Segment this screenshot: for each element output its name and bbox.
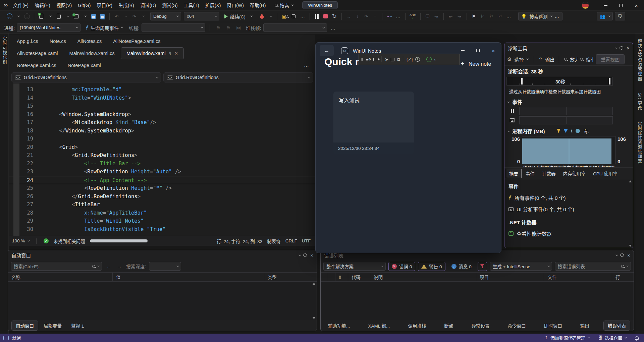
tab-overflow-button[interactable]: … <box>304 62 310 68</box>
navigate-back-dropdown[interactable] <box>14 12 22 21</box>
screen-capture-icon[interactable] <box>373 58 378 61</box>
editor-tab-AllNotes.cs[interactable]: AllNotes.cs <box>72 35 107 47</box>
panel-tab-异常设置[interactable]: 异常设置 <box>467 321 493 330</box>
drag-grip-icon[interactable] <box>361 58 363 61</box>
issues-label[interactable]: 未找到相关问题 <box>53 238 85 244</box>
editor-tab-NotePage.xaml[interactable]: NotePage.xaml <box>62 59 106 71</box>
add-to-source-control-button[interactable]: ↥ 添加到源代码管理 <box>544 335 589 341</box>
note-card[interactable]: 写入测试 2025/12/30 23:34:34 <box>333 92 414 154</box>
severity-icon-column[interactable]: ‼ <box>335 273 348 281</box>
document-scroll-indicator[interactable] <box>90 239 148 242</box>
new-file-button[interactable]: + <box>37 12 45 21</box>
code-line-23[interactable]: 23 <RowDefinition Height="Auto" /> <box>9 168 315 176</box>
dock-tab-Git 更改[interactable]: Git 更改 <box>635 90 644 113</box>
enable-selection-icon[interactable]: ➤ <box>385 57 388 62</box>
collapse-toolbar-chevron[interactable]: ‹ <box>434 57 435 62</box>
error-list-grid[interactable] <box>321 282 634 320</box>
navigate-forward-button[interactable]: → <box>23 12 31 21</box>
gear-icon[interactable]: ⚙ <box>507 56 512 62</box>
code-line-24[interactable]: 24 <!-- App Content --> <box>9 176 315 184</box>
timeline-marker[interactable] <box>521 78 523 84</box>
solution-configurations-dropdown[interactable]: Debug <box>150 12 181 20</box>
step-over-button[interactable]: ↷ <box>362 12 370 21</box>
editor-tab-AllNotesPage.xaml.cs[interactable]: AllNotesPage.xaml.cs <box>108 35 166 47</box>
restore-button[interactable] <box>613 0 629 11</box>
code-line-14[interactable]: 14 Title="WinUINotes"> <box>9 94 315 102</box>
code-line-13[interactable]: 13 mc:Ignorable="d" <box>9 86 315 94</box>
editor-tab-AllNotesPage.xaml[interactable]: AllNotesPage.xaml <box>11 47 63 59</box>
menu-文件[interactable]: 文件(F) <box>10 0 32 11</box>
column-file[interactable]: 文件 <box>544 273 612 281</box>
panel-tab-错误列表[interactable]: 错误列表 <box>603 321 630 331</box>
app-back-button[interactable]: ← <box>320 45 334 56</box>
menu-测试[interactable]: 测试(S) <box>159 0 181 11</box>
editor-tab-App.g.i.cs[interactable]: App.g.i.cs <box>11 35 44 47</box>
toggle-bookmark-button[interactable]: ⚑ <box>470 12 478 21</box>
solution-platforms-dropdown[interactable]: x64 <box>184 12 219 20</box>
step-out-button[interactable]: ↑ <box>371 12 379 21</box>
close-icon[interactable]: × <box>627 252 630 258</box>
export-icon[interactable]: ⇧ <box>538 57 542 62</box>
search-prev-button[interactable]: ← <box>105 262 113 271</box>
search-depth-dropdown[interactable] <box>149 262 181 271</box>
memory-section-header[interactable]: 进程内存 (MB) <box>512 127 545 134</box>
menu-Git[interactable]: Git(G) <box>75 0 94 11</box>
restart-button[interactable]: ↻ <box>330 12 338 21</box>
comment-button[interactable]: 🗩 <box>424 12 432 21</box>
process-memory-chart[interactable]: 1060 1060 <box>504 135 633 164</box>
show-next-statement-button[interactable]: → <box>345 12 353 21</box>
redo-button[interactable]: ↷ <box>130 12 138 21</box>
panel-tab-自动窗口[interactable]: 自动窗口 <box>11 321 38 331</box>
ui-analysis-events-link[interactable]: UI 分析事件(0 个, 共 0 个) <box>508 206 629 213</box>
undo-button[interactable]: ↶ <box>113 12 121 21</box>
code-line-15[interactable]: 15 <box>9 102 315 110</box>
accessibility-checker-icon[interactable] <box>415 57 420 62</box>
toolbar-overflow[interactable]: … <box>299 12 307 21</box>
code-line-29[interactable]: 29 Title="WinUI Notes" <box>9 217 315 225</box>
pin-icon[interactable] <box>620 253 625 258</box>
next-bookmark-button[interactable]: ⚐ <box>487 12 495 21</box>
code-editor[interactable]: 13 mc:Ignorable="d"14 Title="WinUINotes"… <box>9 83 315 236</box>
navigate-back-button[interactable]: ← <box>5 12 13 21</box>
menu-工具[interactable]: 工具(T) <box>181 0 202 11</box>
code-line-27[interactable]: 27 <TitleBar <box>9 201 315 209</box>
find-in-files-button[interactable]: ▣ <box>281 12 289 21</box>
pin-icon[interactable] <box>303 253 308 258</box>
panel-tab-断点[interactable]: 断点 <box>440 321 457 330</box>
menu-生成[interactable]: 生成(B) <box>115 0 137 11</box>
diagnostics-tab-事件[interactable]: 事件 <box>522 169 538 178</box>
code-line-30[interactable]: 30 IsBackButtonVisible="True" <box>9 225 315 234</box>
zoom-dropdown[interactable]: 100 % <box>12 238 29 243</box>
show-flagged-only-button[interactable]: ⋈ <box>234 23 243 32</box>
column-value[interactable]: 值 <box>113 273 264 281</box>
minimize-button[interactable] <box>598 0 613 11</box>
errors-filter-button[interactable]: ✕错误 0 <box>388 262 415 271</box>
menu-扩展[interactable]: 扩展(X) <box>202 0 224 11</box>
menu-视图[interactable]: 视图(V) <box>53 0 75 11</box>
thread-dropdown[interactable] <box>142 23 205 32</box>
panel-tab-监视 1[interactable]: 监视 1 <box>67 321 88 330</box>
process-dropdown[interactable]: [10940] WinUINotes. <box>17 23 80 32</box>
column-code[interactable]: 代码 <box>348 273 370 281</box>
code-line-19[interactable]: 19 <box>9 135 315 143</box>
breadcrumb-dropdown-1[interactable]: <> Grid.RowDefinitions <box>11 72 161 82</box>
pin-icon[interactable] <box>619 46 624 50</box>
panel-tab-XAML 绑...[interactable]: XAML 绑... <box>364 321 394 330</box>
timeline-ruler[interactable]: 30秒 <box>506 77 613 86</box>
code-line-21[interactable]: 21 <Grid.RowDefinitions> <box>9 151 315 160</box>
hot-reload-dropdown[interactable] <box>267 12 275 21</box>
filter-button[interactable] <box>478 262 487 271</box>
ui-analysis-icon[interactable] <box>508 118 517 122</box>
stop-debugging-button[interactable] <box>322 12 330 21</box>
code-line-20[interactable]: 20 <Grid> <box>9 143 315 152</box>
column-type[interactable]: 类型 <box>264 273 317 281</box>
select-tools-dropdown[interactable]: 选择 <box>514 56 524 63</box>
menu-窗口[interactable]: 窗口(W) <box>224 0 247 11</box>
feedback-button[interactable]: 🗨 <box>615 12 626 20</box>
decrease-indent-button[interactable]: ⇤ <box>447 12 455 21</box>
note-text[interactable]: 写入测试 <box>333 92 414 142</box>
display-layout-adorners-icon[interactable] <box>391 58 394 61</box>
undo-dropdown[interactable] <box>121 12 129 21</box>
editor-tab-MainWindow.xaml[interactable]: MainWindow.xaml✎✕ <box>121 47 184 59</box>
ui-analysis-track[interactable] <box>519 116 613 124</box>
